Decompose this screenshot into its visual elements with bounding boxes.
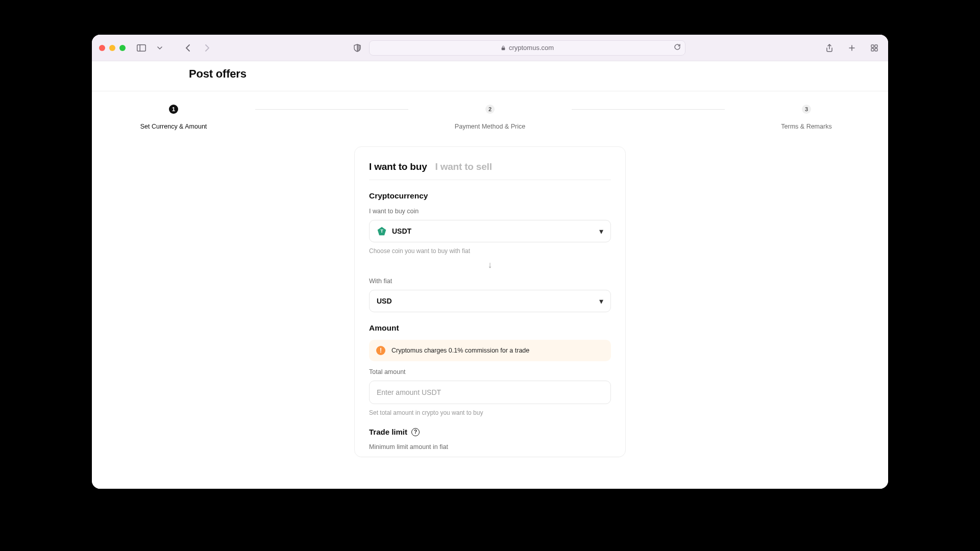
total-amount-label: Total amount [369, 368, 611, 375]
page-title: Post offers [189, 67, 791, 81]
crypto-section-title: Cryptocurrency [369, 191, 611, 201]
min-limit-label: Minimum limit amount in fiat [369, 443, 611, 450]
coin-value: USDT [392, 227, 411, 235]
sidebar-toggle-icon[interactable] [135, 41, 148, 55]
close-window-icon[interactable] [99, 45, 105, 51]
svg-rect-6 [875, 48, 877, 51]
chevron-down-icon: ▾ [599, 227, 603, 236]
fiat-value: USD [377, 297, 392, 305]
step-1-label: Set Currency & Amount [140, 123, 207, 130]
trade-limit-title-row: Trade limit ? [369, 428, 611, 436]
forward-icon[interactable] [200, 41, 213, 55]
step-line [572, 109, 725, 110]
new-tab-icon[interactable] [845, 41, 859, 55]
coin-helper: Choose coin you want to buy with fiat [369, 247, 611, 255]
tab-buy[interactable]: I want to buy [369, 161, 427, 172]
coin-label: I want to buy coin [369, 208, 611, 215]
step-2-badge: 2 [485, 105, 495, 114]
page-content: Post offers 1 Set Currency & Amount 2 Pa… [92, 61, 888, 489]
address-bar[interactable]: cryptomus.com [369, 40, 685, 56]
privacy-shield-icon[interactable] [351, 41, 364, 55]
step-2[interactable]: 2 Payment Method & Price [408, 105, 572, 130]
warning-icon: ! [376, 346, 385, 355]
browser-window: cryptomus.com [92, 35, 888, 489]
coin-select[interactable]: T USDT ▾ [369, 220, 611, 242]
step-3-badge: 3 [802, 105, 811, 114]
reload-icon[interactable] [674, 43, 681, 53]
amount-section-title: Amount [369, 323, 611, 333]
step-1[interactable]: 1 Set Currency & Amount [92, 105, 255, 130]
step-1-badge: 1 [169, 105, 178, 114]
svg-rect-3 [871, 45, 874, 47]
tab-sell[interactable]: I want to sell [435, 161, 492, 172]
help-icon[interactable]: ? [411, 428, 420, 436]
address-host: cryptomus.com [509, 44, 554, 52]
browser-toolbar: cryptomus.com [92, 35, 888, 61]
step-3-label: Terms & Remarks [781, 123, 831, 130]
offer-form-card: I want to buy I want to sell Cryptocurre… [354, 146, 626, 457]
page-header: Post offers [92, 61, 888, 91]
total-amount-helper: Set total amount in crypto you want to b… [369, 409, 611, 416]
commission-notice: ! Cryptomus charges 0.1% commission for … [369, 340, 611, 361]
svg-rect-4 [875, 45, 877, 47]
window-controls [99, 45, 126, 51]
step-line [255, 109, 408, 110]
total-amount-input[interactable] [377, 388, 603, 396]
share-icon[interactable] [823, 41, 836, 55]
step-3[interactable]: 3 Terms & Remarks [725, 105, 888, 130]
tab-overview-icon[interactable] [868, 41, 881, 55]
total-amount-input-wrap [369, 381, 611, 404]
svg-rect-2 [502, 47, 505, 50]
commission-text: Cryptomus charges 0.1% commission for a … [391, 347, 529, 354]
arrow-down-icon: ↓ [369, 260, 611, 270]
fiat-select[interactable]: USD ▾ [369, 290, 611, 312]
buy-sell-tabs: I want to buy I want to sell [369, 161, 611, 180]
fiat-label: With fiat [369, 278, 611, 285]
chevron-down-icon[interactable] [153, 41, 166, 55]
svg-rect-0 [137, 44, 146, 51]
svg-rect-5 [871, 48, 874, 51]
step-2-label: Payment Method & Price [455, 123, 525, 130]
svg-text:T: T [380, 229, 383, 234]
zoom-window-icon[interactable] [119, 45, 126, 51]
back-icon[interactable] [182, 41, 195, 55]
trade-limit-title: Trade limit [369, 428, 407, 436]
stepper: 1 Set Currency & Amount 2 Payment Method… [92, 91, 888, 135]
chevron-down-icon: ▾ [599, 296, 603, 306]
minimize-window-icon[interactable] [109, 45, 115, 51]
lock-icon [501, 45, 506, 51]
usdt-icon: T [377, 226, 387, 236]
